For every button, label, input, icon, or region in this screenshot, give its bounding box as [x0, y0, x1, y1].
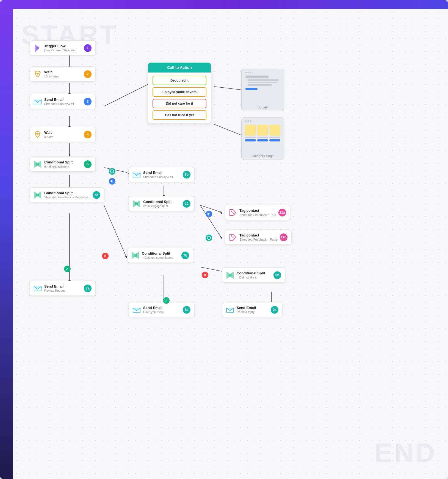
send-email7a-icon [33, 283, 43, 293]
connector-red-x: ✕ [102, 253, 109, 259]
tag-contact11b-sub: Shredded Feedback = False [239, 238, 278, 241]
send-email9a-title: Send Email [237, 306, 256, 310]
send-email8a-sub: Have you tried? [143, 310, 164, 314]
cond-split8b-icon [225, 270, 235, 280]
cond-split8b-title: Conditional Split [237, 271, 265, 275]
cond-split7b-title: Conditional Split [142, 251, 173, 255]
send-email9a-content: Send Email Remind to try [237, 306, 256, 314]
svg-rect-45 [36, 163, 39, 166]
send-email7a-badge: 7a [84, 285, 92, 292]
cond-split5-icon [33, 159, 43, 169]
svg-point-58 [207, 236, 211, 239]
tag-contact11a-icon [228, 208, 238, 218]
send-email8a-title: Send Email [143, 306, 164, 310]
send-email6b-node[interactable]: Send Email Shredded Survey // #1 6b [129, 167, 195, 182]
cond-split6a-sub: Shredded Feedback = Devoured it [44, 196, 90, 199]
svg-line-8 [104, 82, 152, 106]
svg-line-21 [104, 205, 126, 256]
connector-red-x-8b: ✕ [202, 272, 208, 278]
svg-point-57 [231, 211, 232, 212]
tag-contact11a-content: Tag contact Shredded Feedback = True [239, 208, 276, 216]
cta-devoured[interactable]: Devoured it [153, 76, 206, 85]
svg-marker-7 [68, 154, 71, 157]
send-email9a-node[interactable]: Send Email Remind to try 9a [222, 302, 283, 317]
sidebar [0, 0, 13, 479]
svg-marker-18 [220, 211, 223, 214]
cond-split8b-sub: = Did not like it [237, 276, 265, 279]
tag-contact11a-node[interactable]: Tag contact Shredded Feedback = True 11a [225, 205, 290, 220]
cond-split6a-node[interactable]: Conditional Split Shredded Feedback = De… [30, 187, 104, 202]
svg-line-19 [200, 205, 221, 237]
cta-body: Devoured it Enjoyed some flavors Did not… [148, 73, 211, 123]
wait2-node[interactable]: Wait 5 days 4 [30, 127, 96, 142]
connector-11b-open [206, 235, 212, 241]
cta-notcare[interactable]: Did not care for it [153, 99, 206, 108]
send-email6b-icon [132, 170, 142, 180]
tag-contact11b-title: Tag contact [239, 233, 278, 237]
send-email1-icon [33, 97, 43, 107]
cta-popup[interactable]: Call to Action Devoured it Enjoyed some … [148, 62, 211, 123]
wait2-icon [33, 130, 43, 140]
cond-split5-node[interactable]: Conditional Split email engagement 5 [30, 157, 96, 172]
svg-rect-62 [134, 254, 137, 257]
trigger-title: Trigger Flow [44, 44, 76, 48]
cta-header: Call to Action [148, 63, 211, 73]
category-thumb: Category Page [241, 117, 284, 160]
wait1-node[interactable]: Wait 15 minutes 2 [30, 66, 96, 82]
tag-contact11a-sub: Shredded Feedback = True [239, 213, 276, 216]
send-email7a-title: Send Email [44, 284, 66, 288]
send-email1-sub: Shredded Survey // #1 [44, 102, 74, 105]
tag-contact11b-node[interactable]: Tag contact Shredded Feedback = False 11… [225, 230, 292, 245]
wait2-sub: 5 days [44, 135, 53, 138]
cond-split10-node[interactable]: Conditional Split email engagement 10 [129, 196, 195, 211]
send-email7a-content: Send Email Review Request [44, 284, 66, 292]
svg-rect-52 [36, 194, 39, 196]
cond-split7b-node[interactable]: Conditional Split = Enjoyed some flavors… [127, 248, 193, 263]
cond-split8b-badge: 8b [273, 271, 281, 279]
tag-contact11b-content: Tag contact Shredded Feedback = False [239, 233, 278, 241]
svg-marker-71 [226, 308, 234, 311]
cta-enjoyed[interactable]: Enjoyed some flavors [153, 87, 206, 97]
wait1-sub: 15 minutes [44, 75, 59, 78]
cond-split7b-content: Conditional Split = Enjoyed some flavors [142, 251, 173, 259]
cond-split10-badge: 10 [183, 200, 190, 208]
cta-nottried[interactable]: Has not tried it yet [153, 110, 206, 120]
svg-marker-40 [34, 100, 41, 102]
tag-contact11b-icon [228, 232, 238, 242]
wait1-title: Wait [44, 70, 59, 74]
svg-point-59 [231, 235, 232, 236]
cond-split8b-node[interactable]: Conditional Split = Did not like it 8b [222, 268, 285, 283]
end-watermark: END [375, 438, 437, 468]
trigger-badge: 1 [84, 44, 92, 52]
cond-split6a-badge: 6a [93, 191, 100, 199]
cond-split6a-title: Conditional Split [44, 191, 90, 195]
cond-split7b-icon [130, 250, 140, 260]
cond-split7b-sub: = Enjoyed some flavors [142, 256, 173, 259]
wait1-badge: 2 [84, 70, 92, 78]
cond-split6a-content: Conditional Split Shredded Feedback = De… [44, 191, 90, 199]
send-email8a-icon [132, 305, 142, 315]
svg-rect-69 [229, 274, 231, 277]
wait1-icon [33, 69, 43, 79]
svg-rect-36 [35, 44, 36, 52]
send-email7a-node[interactable]: Send Email Review Request 7a [30, 281, 96, 296]
trigger-node[interactable]: Trigger Flow joins Ordered Shredded 1 [30, 40, 96, 55]
connector-11a-circle [206, 211, 212, 217]
svg-marker-49 [133, 173, 140, 176]
svg-marker-64 [34, 286, 41, 289]
connector-cursor-circle [109, 178, 115, 185]
send-email1-node[interactable]: Send Email Shredded Survey // #1 3 [30, 94, 96, 109]
svg-marker-56 [207, 212, 210, 216]
survey-thumb: Survey [241, 69, 284, 111]
svg-rect-55 [135, 202, 138, 205]
category-thumb-label: Category Page [242, 154, 284, 158]
send-email8a-badge: 8a [183, 306, 190, 314]
send-email8a-node[interactable]: Send Email Have you tried? 8a [129, 302, 195, 317]
cond-split10-title: Conditional Split [143, 200, 172, 204]
send-email6b-title: Send Email [143, 171, 173, 175]
svg-marker-20 [220, 236, 223, 239]
cond-split5-title: Conditional Split [44, 160, 73, 164]
app-window: START END [0, 0, 448, 479]
cond-split8b-content: Conditional Split = Did not like it [237, 271, 265, 279]
send-email1-title: Send Email [44, 98, 74, 102]
